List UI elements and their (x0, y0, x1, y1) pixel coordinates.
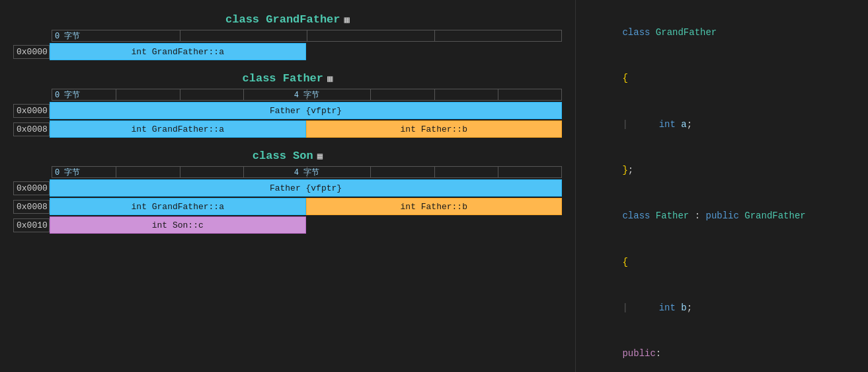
grandfather-ruler: 0 字节 (52, 30, 562, 42)
semi-3: ; (687, 302, 692, 313)
colon-1: : (689, 210, 705, 221)
code-block: class GrandFather { | int a; }; class Fa… (589, 10, 855, 372)
brace-open-1: { (622, 73, 627, 83)
grandfather-section: class GrandFather ▦ 0 字节 0x0000 int Gran… (13, 13, 562, 60)
kw-class-2: class (622, 210, 655, 221)
son-bar-2: int Son::c (50, 216, 562, 234)
pipe-2: | (622, 302, 639, 313)
cn-grandfather: GrandFather (656, 27, 717, 38)
semi-2: ; (628, 165, 633, 175)
son-icon: ▦ (317, 150, 323, 162)
code-line-4: }; (589, 148, 855, 193)
grandfather-ruler-label-left: 0 字节 (55, 30, 80, 42)
father-addr-0: 0x0000 (13, 104, 50, 118)
code-line-3: | int a; (589, 102, 855, 148)
indent-1 (639, 117, 659, 132)
cn-grandfather-2: GrandFather (744, 210, 805, 221)
access-public-1: public (622, 348, 655, 359)
indent-2 (639, 301, 659, 316)
code-line-7: | int b; (589, 285, 855, 331)
kw-class-1: class (622, 27, 655, 38)
father-bar-1: int GrandFather::a int Father::b (50, 120, 562, 138)
son-addr-1: 0x0008 (13, 200, 50, 214)
son-bar-0: Father {vfptr} (50, 179, 562, 197)
grandfather-row-0: 0x0000 int GrandFather::a (13, 43, 562, 60)
son-ruler-bar: 0 字节 4 字节 (52, 166, 562, 178)
grandfather-ruler-bar: 0 字节 (52, 30, 562, 42)
cn-father: Father (656, 210, 689, 221)
son-ruler: 0 字节 4 字节 (52, 166, 562, 178)
grandfather-label: class GrandFather (225, 13, 340, 26)
father-label: class Father (243, 72, 323, 85)
son-bar-1: int GrandFather::a int Father::b (50, 198, 562, 215)
grandfather-seg-a: int GrandFather::a (50, 43, 306, 60)
father-title: class Father ▦ (13, 72, 562, 85)
father-seg-grandfather-a: int GrandFather::a (50, 120, 306, 138)
grandfather-bar-0: int GrandFather::a (50, 43, 562, 60)
semi-1: ; (687, 119, 692, 130)
father-seg-b: int Father::b (306, 120, 563, 138)
father-row-0: 0x0000 Father {vfptr} (13, 102, 562, 119)
brace-open-2: { (622, 257, 627, 267)
grandfather-title: class GrandFather ▦ (13, 13, 562, 26)
son-section: class Son ▦ 0 字节 4 字节 0x0000 Father {vfp… (13, 150, 562, 234)
father-addr-1: 0x0008 (13, 122, 50, 136)
brace-close-1: } (622, 165, 627, 175)
son-label: class Son (253, 150, 313, 162)
code-line-8: public: (589, 331, 855, 372)
grandfather-addr-0: 0x0000 (13, 45, 50, 59)
father-ruler: 0 字节 4 字节 (52, 89, 562, 101)
var-a: a (681, 119, 686, 130)
father-icon: ▦ (327, 73, 333, 84)
grandfather-icon: ▦ (344, 14, 350, 25)
son-title: class Son ▦ (13, 150, 562, 162)
code-line-5: class Father : public GrandFather (589, 193, 855, 239)
son-seg-grandfather-a: int GrandFather::a (50, 198, 306, 215)
type-int-1: int (659, 119, 682, 130)
son-addr-2: 0x0010 (13, 218, 50, 232)
son-seg-father-b: int Father::b (306, 198, 563, 215)
son-row-1: 0x0008 int GrandFather::a int Father::b (13, 198, 562, 215)
code-line-1: class GrandFather (589, 10, 855, 56)
son-addr-0: 0x0000 (13, 181, 50, 195)
father-section: class Father ▦ 0 字节 4 字节 0x0000 Father {… (13, 72, 562, 138)
father-row-1: 0x0008 int GrandFather::a int Father::b (13, 120, 562, 138)
colon-2: : (656, 348, 661, 359)
father-ruler-bar: 0 字节 4 字节 (52, 89, 562, 101)
father-seg-vfptr: Father {vfptr} (50, 102, 562, 119)
code-line-6: { (589, 239, 855, 285)
var-b: b (681, 302, 686, 313)
son-row-2: 0x0010 int Son::c (13, 216, 562, 234)
son-row-0: 0x0000 Father {vfptr} (13, 179, 562, 197)
left-panel: class GrandFather ▦ 0 字节 0x0000 int Gran… (0, 0, 575, 372)
son-ruler-label-left: 0 字节 (55, 167, 80, 178)
kw-public-1: public (705, 210, 744, 221)
father-ruler-label-left: 0 字节 (55, 89, 80, 101)
son-seg-vfptr: Father {vfptr} (50, 179, 562, 197)
pipe-1: | (622, 119, 639, 130)
son-seg-c: int Son::c (50, 216, 306, 234)
code-line-2: { (589, 56, 855, 101)
right-panel: class GrandFather { | int a; }; class Fa… (575, 0, 868, 372)
type-int-2: int (659, 302, 682, 313)
father-bar-0: Father {vfptr} (50, 102, 562, 119)
